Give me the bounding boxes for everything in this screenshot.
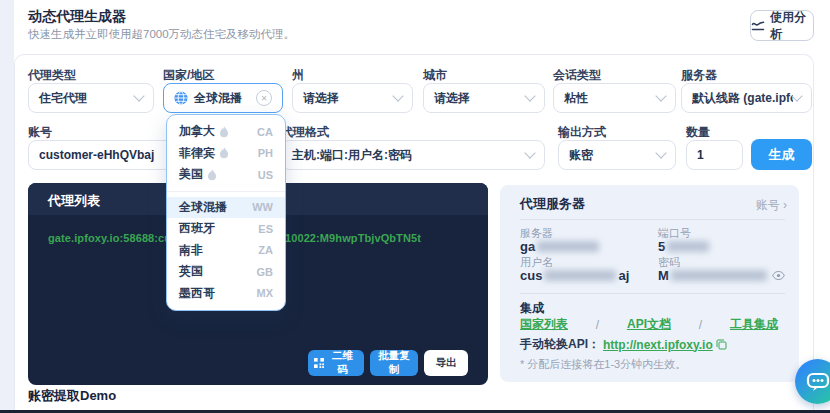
city-select[interactable]: 请选择 [423,83,545,113]
server-value: 默认线路 (gate.ipfo... [692,90,793,107]
proxy-type-select[interactable]: 住宅代理 [28,83,154,113]
hot-flame-icon [219,147,229,159]
username-field-value: cusaj [520,268,629,283]
chevron-down-icon [392,90,403,101]
integration-links: 国家列表 / API文档 / 工具集成 [520,316,778,333]
qr-code-icon [314,358,324,368]
country-label: 国家/地区 [163,67,214,84]
dropdown-item-mexico[interactable]: 墨西哥MX [167,283,285,305]
output-value: 账密 [569,147,593,164]
account-link[interactable]: 账号 › [756,197,787,214]
chevron-down-icon [133,90,144,101]
server-field-value: ga [520,239,601,254]
copy-icon[interactable] [716,339,727,350]
generate-button[interactable]: 生成 [751,139,812,170]
batch-copy-button[interactable]: 批量复制 [370,350,418,376]
password-field-value: M [658,268,785,283]
line-chart-icon [751,19,766,32]
country-dropdown: 加拿大 CA 菲律宾 PH 美国 US 全球混播WW 西班牙ES 南非ZA 英国… [166,114,286,311]
dropdown-item-global-mix[interactable]: 全球混播WW [167,197,285,219]
hot-flame-icon [219,126,229,138]
blurred-value [667,241,709,252]
qr-label: 二维码 [327,349,358,377]
qr-code-button[interactable]: 二维码 [308,350,364,376]
output-label: 输出方式 [558,124,606,141]
proxy-type-label: 代理类型 [28,67,76,84]
chevron-down-icon [524,90,535,101]
format-select[interactable]: 主机:端口:用户名:密码 [281,140,545,170]
state-select[interactable]: 请选择 [292,83,413,113]
dropdown-item-canada[interactable]: 加拿大 CA [167,121,285,143]
dropdown-item-south-africa[interactable]: 南非ZA [167,240,285,262]
quantity-input[interactable] [686,140,743,170]
usage-analytics-button[interactable]: 使用分析 [750,10,814,41]
divider [520,219,785,220]
rotate-api-label: 手动轮换API： [520,336,600,353]
city-label: 城市 [423,67,447,84]
country-list-link[interactable]: 国家列表 [520,316,568,333]
hot-flame-icon [207,169,217,181]
server-select[interactable]: 默认线路 (gate.ipfo... [681,83,812,113]
demo-section-title: 账密提取Demo [28,387,116,405]
integration-title: 集成 [520,300,544,317]
country-value: 全球混播 [194,90,242,107]
chat-bubble-icon [805,369,830,395]
tools-link[interactable]: 工具集成 [730,316,778,333]
activation-note: * 分配后连接将在1-3分钟内生效。 [520,357,686,372]
rotate-api-link[interactable]: http://next.ipfoxy.io [603,338,713,352]
dropdown-item-us[interactable]: 美国 US [167,164,285,186]
session-type-select[interactable]: 粘性 [553,83,676,113]
separator: / [699,318,702,332]
session-type-label: 会话类型 [553,67,601,84]
background-strip [0,0,14,413]
dropdown-divider [167,191,285,192]
proxy-entry-right: 10022:M9hwpTbjvQbTN5t [285,232,421,244]
port-field-value: 5 [658,239,711,254]
dropdown-item-philippines[interactable]: 菲律宾 PH [167,143,285,165]
server-label: 服务器 [681,67,717,84]
format-label: 代理格式 [281,124,329,141]
proxy-generator-page: 动态代理生成器 快速生成并立即使用超7000万动态住宅及移动代理。 使用分析 代… [0,0,830,413]
globe-icon [174,91,188,105]
divider [520,293,785,294]
account-label: 账号 [28,124,52,141]
state-value: 请选择 [303,90,339,107]
output-select[interactable]: 账密 [558,140,676,170]
rotate-api-row: 手动轮换API： http://next.ipfoxy.io [520,336,727,353]
blurred-value [537,241,599,252]
export-button[interactable]: 导出 [424,350,468,376]
chevron-down-icon [655,147,666,158]
page-subtitle: 快速生成并立即使用超7000万动态住宅及移动代理。 [28,27,295,42]
proxy-server-panel: 代理服务器 账号 › 服务器 ga 端口号 5 用户名 cusaj 密码 M 集… [500,185,799,382]
dropdown-item-uk[interactable]: 英国GB [167,261,285,283]
analytics-label: 使用分析 [770,9,813,43]
proxy-list-title: 代理列表 [48,192,100,210]
dropdown-item-spain[interactable]: 西班牙ES [167,218,285,240]
api-docs-link[interactable]: API文档 [627,316,671,333]
session-value: 粘性 [564,90,588,107]
format-value: 主机:端口:用户名:密码 [292,147,412,164]
clear-icon[interactable]: ✕ [256,90,272,106]
proxy-type-value: 住宅代理 [39,90,87,107]
chevron-down-icon [791,90,802,101]
server-panel-title: 代理服务器 [520,195,585,213]
city-value: 请选择 [434,90,470,107]
page-title: 动态代理生成器 [28,8,126,26]
chevron-down-icon [524,147,535,158]
separator: / [596,318,599,332]
blurred-value [671,270,767,281]
state-label: 州 [292,67,304,84]
country-select[interactable]: 全球混播 ✕ [163,83,283,113]
quantity-label: 数量 [686,124,710,141]
eye-icon[interactable] [772,271,785,280]
chevron-down-icon [655,90,666,101]
blurred-value [544,270,616,281]
